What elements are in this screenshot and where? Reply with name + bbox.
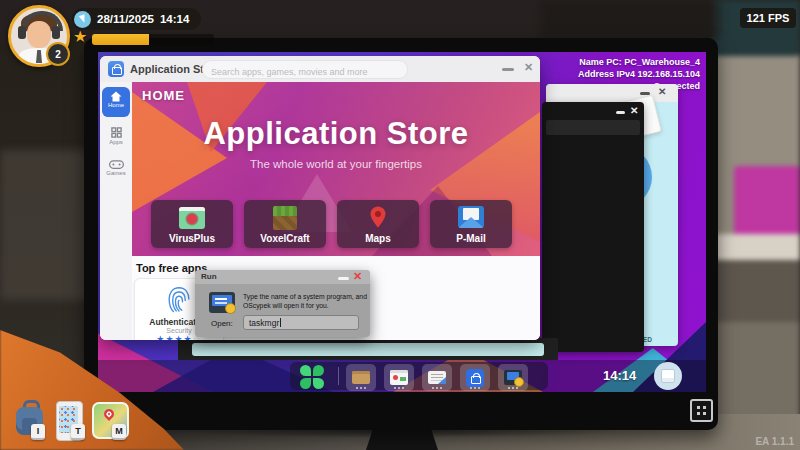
run-input-value: taskmgr bbox=[249, 318, 279, 328]
run-description-line1: Type the name of a system program, and bbox=[243, 292, 367, 301]
run-description-line2: OScypek will open it for you. bbox=[243, 301, 367, 310]
game-screen: Name PC: PC_Warehouse_4 Address IPv4 192… bbox=[0, 0, 800, 450]
box-icon bbox=[352, 371, 370, 384]
store-sidebar: Home Apps Games bbox=[100, 82, 133, 340]
featured-app-maps[interactable]: Maps bbox=[337, 200, 419, 248]
running-dots bbox=[432, 387, 442, 389]
monitor-menu-button[interactable] bbox=[690, 399, 713, 422]
headphone-cup bbox=[18, 26, 26, 39]
app-name: Maps bbox=[337, 233, 419, 244]
run-system-icon bbox=[209, 292, 235, 313]
start-clover-icon[interactable] bbox=[300, 365, 324, 389]
running-dots bbox=[470, 387, 480, 389]
mail-icon bbox=[428, 371, 446, 384]
pc-name: Name PC: PC_Warehouse_4 bbox=[578, 56, 700, 68]
headphone-cup bbox=[52, 26, 60, 39]
minimize-button[interactable] bbox=[338, 277, 349, 280]
level-badge: 2 bbox=[46, 42, 70, 66]
running-dots bbox=[356, 387, 366, 389]
room-magenta-box bbox=[734, 166, 800, 236]
house-icon bbox=[110, 91, 122, 102]
room-right-background bbox=[712, 0, 800, 450]
background-window-edge bbox=[178, 338, 558, 360]
close-icon[interactable]: ✕ bbox=[630, 105, 638, 116]
bag-handle-glyph bbox=[114, 64, 121, 69]
clover-leaf bbox=[300, 378, 311, 389]
app-name: VirusPlus bbox=[151, 233, 233, 244]
featured-app-pmail[interactable]: P-Mail bbox=[430, 200, 512, 248]
sidebar-item-home[interactable]: Home bbox=[102, 87, 130, 117]
browser-icon bbox=[390, 370, 408, 385]
xp-fill bbox=[92, 34, 149, 45]
minimize-button[interactable] bbox=[616, 111, 625, 114]
hero-title: Application Store bbox=[132, 116, 540, 152]
store-app-icon bbox=[108, 61, 124, 77]
hud-time: 14:14 bbox=[160, 13, 189, 25]
dark-window-toolbar bbox=[546, 120, 640, 135]
voxelcraft-icon bbox=[273, 206, 297, 230]
hotkey-map[interactable]: M bbox=[112, 424, 126, 440]
monitor-stand bbox=[366, 428, 438, 450]
hotkey-inventory[interactable]: I bbox=[31, 424, 45, 440]
apps-grid-icon bbox=[111, 127, 122, 138]
featured-app-virusplus[interactable]: VirusPlus bbox=[151, 200, 233, 248]
run-description: Type the name of a system program, and O… bbox=[243, 292, 367, 310]
app-name: VoxelCraft bbox=[244, 233, 326, 244]
star-icon: ★ bbox=[73, 27, 87, 46]
taskbar-browser-icon[interactable] bbox=[384, 364, 414, 391]
taskbar-system-icon[interactable] bbox=[498, 364, 528, 391]
background-window-inputbar[interactable] bbox=[192, 343, 544, 356]
taskbar-clock[interactable]: 14:14 bbox=[603, 368, 636, 383]
xp-progressbar bbox=[92, 34, 214, 45]
sidebar-label: Games bbox=[102, 170, 130, 176]
taskbar-separator bbox=[338, 367, 339, 385]
taskbar-files-icon[interactable] bbox=[346, 364, 376, 391]
virusplus-icon bbox=[179, 207, 205, 229]
close-icon[interactable]: ✕ bbox=[524, 61, 533, 74]
app-store-icon bbox=[466, 369, 484, 387]
game-version: EA 1.1.1 bbox=[755, 436, 794, 447]
taskbar: 14:14 bbox=[98, 360, 706, 392]
app-name: P-Mail bbox=[430, 233, 512, 244]
room-desk-side bbox=[712, 260, 800, 322]
minimize-button[interactable] bbox=[502, 68, 514, 71]
note-glyph bbox=[661, 369, 675, 383]
clover-leaf bbox=[313, 378, 324, 389]
close-icon[interactable]: ✕ bbox=[353, 270, 362, 283]
system-run-icon bbox=[504, 370, 522, 385]
sidebar-item-apps[interactable]: Apps bbox=[102, 127, 130, 145]
taskbar-mail-icon[interactable] bbox=[422, 364, 452, 391]
hud-date: 28/11/2025 bbox=[97, 13, 154, 25]
cursor-icon bbox=[74, 11, 91, 28]
room-dark-blob bbox=[540, 0, 720, 40]
gamepad-icon bbox=[109, 160, 124, 169]
datetime-pill: 28/11/2025 14:14 bbox=[72, 8, 201, 30]
search-input[interactable] bbox=[203, 64, 407, 81]
sidebar-label: Apps bbox=[102, 139, 130, 145]
sidebar-item-games[interactable]: Games bbox=[102, 160, 130, 176]
fps-counter: 121 FPS bbox=[740, 8, 796, 28]
close-icon[interactable]: ✕ bbox=[658, 86, 666, 97]
running-dots bbox=[394, 387, 404, 389]
run-titlebar: Run ✕ bbox=[195, 270, 370, 284]
store-search-box bbox=[202, 60, 408, 79]
notification-icon[interactable] bbox=[654, 362, 682, 390]
clover-leaf bbox=[313, 365, 324, 376]
dark-window: ✕ bbox=[542, 102, 644, 352]
section-label: HOME bbox=[142, 88, 185, 103]
pmail-icon bbox=[458, 206, 484, 228]
featured-app-voxelcraft[interactable]: VoxelCraft bbox=[244, 200, 326, 248]
taskbar-appstore-icon[interactable] bbox=[460, 364, 490, 391]
map-pin-icon bbox=[369, 205, 387, 229]
pc-ip: Address IPv4 192.168.15.104 bbox=[578, 68, 700, 80]
grid-icon bbox=[697, 406, 700, 409]
run-dialog: Run ✕ Type the name of a system program,… bbox=[195, 270, 370, 337]
running-dots bbox=[508, 387, 518, 389]
text-caret bbox=[280, 318, 281, 327]
map-pin-glyph bbox=[102, 407, 116, 421]
os-desktop: Name PC: PC_Warehouse_4 Address IPv4 192… bbox=[98, 52, 706, 392]
hotkey-phone[interactable]: T bbox=[71, 424, 85, 440]
store-titlebar: Application Store ✕ bbox=[100, 56, 540, 83]
run-command-input[interactable]: taskmgr bbox=[243, 315, 359, 330]
gear-icon bbox=[225, 303, 236, 314]
